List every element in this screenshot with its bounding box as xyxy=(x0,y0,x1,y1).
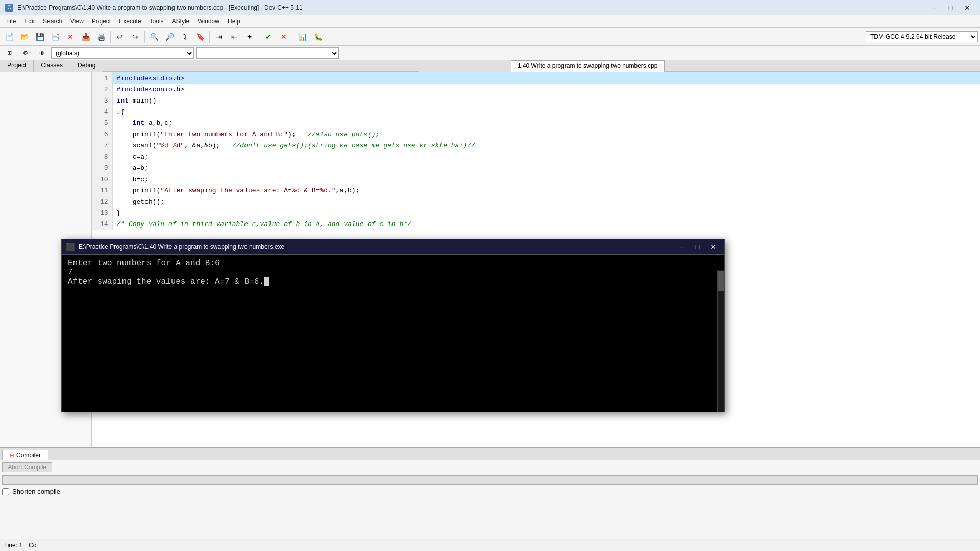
line-num: 9 xyxy=(92,162,112,173)
console-controls: ─ □ ✕ xyxy=(675,242,720,252)
tb-sep-3 xyxy=(209,31,210,43)
console-body-wrapper: Enter two numbers for A and B:6 7 After … xyxy=(62,255,724,412)
menu-file[interactable]: File xyxy=(2,17,20,26)
shorten-row: Shorten compile xyxy=(2,488,978,495)
bookmark-button[interactable]: 🔖 xyxy=(193,30,207,44)
progress-bar xyxy=(2,475,978,485)
line-content: getch(); xyxy=(112,196,980,207)
line-num: 5 xyxy=(92,117,112,129)
menu-astyle[interactable]: AStyle xyxy=(168,17,194,26)
tb-sep-4 xyxy=(259,31,259,43)
debug-button[interactable]: 🐛 xyxy=(311,30,325,44)
save-button[interactable]: 💾 xyxy=(33,30,47,44)
file-tab-main[interactable]: 1.40 Write a program to swapping two num… xyxy=(511,60,665,72)
abort-compile-button[interactable]: Abort Compile xyxy=(2,462,52,472)
replace-button[interactable]: 🔎 xyxy=(162,30,177,44)
shorten-compile-checkbox[interactable] xyxy=(2,488,9,495)
stop-button[interactable]: ✕ xyxy=(277,30,291,44)
menu-bar: File Edit Search View Project Execute To… xyxy=(0,15,980,28)
compiler-tabs: ⊞ Compiler xyxy=(0,448,980,460)
compiler-tab[interactable]: ⊞ Compiler xyxy=(2,450,48,460)
compiler-icon-row: Abort Compile xyxy=(2,462,978,472)
undo-button[interactable]: ↩ xyxy=(113,30,127,44)
console-title-left: ⬛ E:\Practice Programs\C\1.40 Write a pr… xyxy=(66,243,284,251)
tab-debug[interactable]: Debug xyxy=(70,60,103,72)
line-num: 11 xyxy=(92,185,112,196)
menu-window[interactable]: Window xyxy=(193,17,224,26)
table-row: 11 printf("After swaping the values are:… xyxy=(92,185,980,196)
debug-btn2[interactable]: ⚙ xyxy=(18,46,33,60)
close-button[interactable]: ✕ xyxy=(960,3,975,13)
compiler-content: Abort Compile Shorten compile xyxy=(0,460,980,539)
tb-sep-2 xyxy=(144,31,145,43)
table-row: 14 /* Copy valu of in third variable c,v… xyxy=(92,218,980,230)
watch-btn[interactable]: 👁 xyxy=(35,46,49,60)
line-content: #include<stdio.h> xyxy=(112,72,980,84)
console-maximize-button[interactable]: □ xyxy=(691,242,705,252)
save-all-button[interactable]: 📑 xyxy=(48,30,62,44)
open-button[interactable]: 📂 xyxy=(17,30,32,44)
side-tabs: Project Classes Debug 1.40 Write a progr… xyxy=(0,60,980,72)
redo-button[interactable]: ↪ xyxy=(128,30,142,44)
maximize-button[interactable]: □ xyxy=(943,3,959,13)
line-content: c=a; xyxy=(112,151,980,162)
symbol-select[interactable] xyxy=(196,47,339,59)
console-line-2: 7 xyxy=(68,268,718,277)
title-controls: ─ □ ✕ xyxy=(927,3,975,13)
console-window: ⬛ E:\Practice Programs\C\1.40 Write a pr… xyxy=(61,239,725,412)
compile-run-button[interactable]: ✔ xyxy=(261,30,276,44)
table-row: 3 int main() xyxy=(92,95,980,106)
menu-tools[interactable]: Tools xyxy=(145,17,168,26)
console-body[interactable]: Enter two numbers for A and B:6 7 After … xyxy=(62,255,724,412)
close-all-button[interactable]: ✕ xyxy=(63,30,78,44)
line-num: 10 xyxy=(92,173,112,185)
globals-select[interactable]: (globals) xyxy=(51,47,194,59)
console-minimize-button[interactable]: ─ xyxy=(675,242,690,252)
tab-classes[interactable]: Classes xyxy=(34,60,70,72)
title-text: E:\Practice Programs\C\1.40 Write a prog… xyxy=(17,4,303,11)
console-close-button[interactable]: ✕ xyxy=(706,242,720,252)
cursor xyxy=(264,277,269,286)
line-content: printf("After swaping the values are: A=… xyxy=(112,185,980,196)
table-row: 1 #include<stdio.h> xyxy=(92,72,980,84)
console-titlebar: ⬛ E:\Practice Programs\C\1.40 Write a pr… xyxy=(62,239,724,255)
line-num: 13 xyxy=(92,207,112,218)
import-button[interactable]: 📥 xyxy=(79,30,93,44)
bottom-panel: ⊞ Compiler Abort Compile Shorten compile xyxy=(0,447,980,539)
menu-view[interactable]: View xyxy=(66,17,88,26)
menu-search[interactable]: Search xyxy=(39,17,66,26)
table-row: 2 #include<conio.h> xyxy=(92,84,980,95)
line-content: } xyxy=(112,207,980,218)
menu-help[interactable]: Help xyxy=(224,17,244,26)
line-num: 7 xyxy=(92,140,112,151)
tab-project[interactable]: Project xyxy=(0,60,34,72)
unindent-button[interactable]: ⇤ xyxy=(227,30,241,44)
line-num: 1 xyxy=(92,72,112,84)
minimize-button[interactable]: ─ xyxy=(927,3,942,13)
table-row: 5 int a,b,c; xyxy=(92,117,980,129)
table-row: 8 c=a; xyxy=(92,151,980,162)
search-button[interactable]: 🔍 xyxy=(147,30,161,44)
dropdown-bar: ⊞ ⚙ 👁 (globals) xyxy=(0,46,980,60)
status-line: Line: 1 xyxy=(4,542,22,549)
indent-button[interactable]: ⇥ xyxy=(212,30,226,44)
menu-edit[interactable]: Edit xyxy=(20,17,39,26)
print-button[interactable]: 🖨️ xyxy=(94,30,108,44)
goto-button[interactable]: ⤵ xyxy=(178,30,192,44)
menu-execute[interactable]: Execute xyxy=(115,17,145,26)
line-content: b=c; xyxy=(112,173,980,185)
table-row: 6 printf("Enter two numbers for A and B:… xyxy=(92,129,980,140)
toggle-comment-button[interactable]: ✦ xyxy=(242,30,257,44)
line-content: int main() xyxy=(112,95,980,106)
line-num: 6 xyxy=(92,129,112,140)
menu-project[interactable]: Project xyxy=(88,17,115,26)
line-content: /* Copy valu of in third variable c,valu… xyxy=(112,218,980,230)
class-browser-btn[interactable]: ⊞ xyxy=(2,46,16,60)
new-button[interactable]: 📄 xyxy=(2,30,16,44)
console-scrollbar[interactable] xyxy=(717,270,724,412)
file-tabs-spacer xyxy=(665,60,980,72)
compiler-select[interactable]: TDM-GCC 4.9.2 64-bit Release xyxy=(866,31,978,42)
table-row: 7 scanf("%d %d", &a,&b); //don't use get… xyxy=(92,140,980,151)
profile-button[interactable]: 📊 xyxy=(296,30,310,44)
console-title-text: E:\Practice Programs\C\1.40 Write a prog… xyxy=(79,243,284,251)
